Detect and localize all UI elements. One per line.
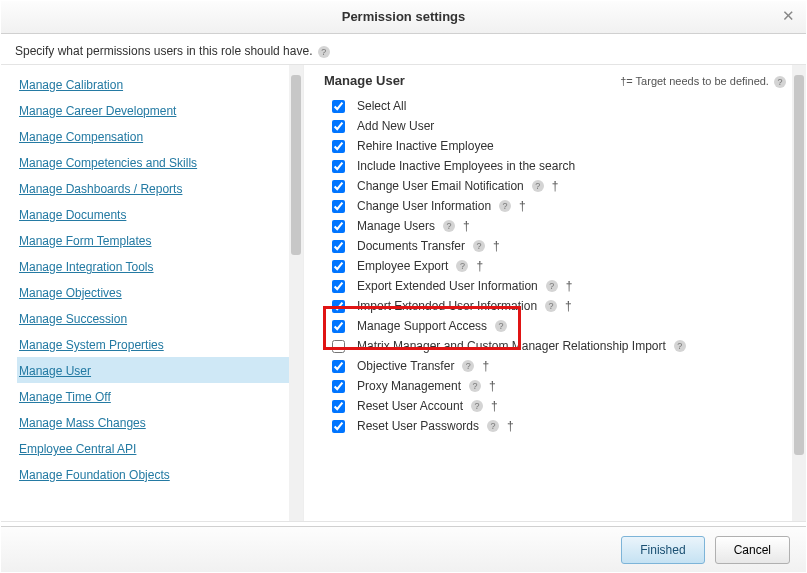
cancel-button[interactable]: Cancel: [715, 536, 790, 564]
permission-checkbox[interactable]: [332, 380, 345, 393]
permission-label: Objective Transfer: [357, 359, 454, 373]
help-icon[interactable]: ?: [469, 380, 481, 392]
help-icon[interactable]: ?: [674, 340, 686, 352]
target-dagger: †: [552, 179, 559, 193]
permission-checkbox[interactable]: [332, 220, 345, 233]
sidebar-item-label[interactable]: Manage System Properties: [19, 338, 164, 352]
permission-checkbox[interactable]: [332, 140, 345, 153]
permission-checkbox[interactable]: [332, 200, 345, 213]
category-pane: Manage CalibrationManage Career Developm…: [1, 65, 303, 521]
dialog-titlebar: Permission settings ✕: [1, 1, 806, 34]
permission-checkbox[interactable]: [332, 340, 345, 353]
sidebar-item[interactable]: Manage Time Off: [17, 383, 303, 409]
sidebar-item-label[interactable]: Manage Career Development: [19, 104, 176, 118]
permission-checkbox[interactable]: [332, 260, 345, 273]
sidebar-item[interactable]: Manage Succession: [17, 305, 303, 331]
target-dagger: †: [493, 239, 500, 253]
help-icon[interactable]: ?: [774, 76, 786, 88]
sidebar-item[interactable]: Manage Career Development: [17, 97, 303, 123]
sidebar-item[interactable]: Manage Dashboards / Reports: [17, 175, 303, 201]
permission-row: Employee Export?†: [332, 256, 786, 276]
help-icon[interactable]: ?: [495, 320, 507, 332]
sidebar-item-label[interactable]: Manage Form Templates: [19, 234, 152, 248]
sidebar-item[interactable]: Manage Mass Changes: [17, 409, 303, 435]
finished-button[interactable]: Finished: [621, 536, 704, 564]
sidebar-item-label[interactable]: Manage Objectives: [19, 286, 122, 300]
permission-checkbox[interactable]: [332, 360, 345, 373]
sidebar-item[interactable]: Manage Objectives: [17, 279, 303, 305]
sidebar-item-label[interactable]: Manage Compensation: [19, 130, 143, 144]
sidebar-item-label[interactable]: Manage Mass Changes: [19, 416, 146, 430]
sidebar-item[interactable]: Manage Compensation: [17, 123, 303, 149]
permission-label: Matrix Manager and Custom Manager Relati…: [357, 339, 666, 353]
sidebar-item[interactable]: Manage Competencies and Skills: [17, 149, 303, 175]
help-icon[interactable]: ?: [473, 240, 485, 252]
sidebar-item[interactable]: Manage Integration Tools: [17, 253, 303, 279]
sidebar-item-label[interactable]: Manage Competencies and Skills: [19, 156, 197, 170]
sidebar-item[interactable]: Manage Form Templates: [17, 227, 303, 253]
help-icon[interactable]: ?: [318, 46, 330, 58]
permission-row: Import Extended User Information?†: [332, 296, 786, 316]
right-scroll-thumb[interactable]: [794, 75, 804, 455]
help-icon[interactable]: ?: [499, 200, 511, 212]
sidebar-item-label[interactable]: Employee Central API: [19, 442, 136, 456]
help-icon[interactable]: ?: [443, 220, 455, 232]
permission-checkbox[interactable]: [332, 180, 345, 193]
help-icon[interactable]: ?: [532, 180, 544, 192]
permission-row: Reset User Passwords?†: [332, 416, 786, 436]
sidebar-item[interactable]: Manage Calibration: [17, 71, 303, 97]
permission-row: Export Extended User Information?†: [332, 276, 786, 296]
target-note: †= Target needs to be defined. ?: [620, 75, 786, 88]
sidebar-item-label[interactable]: Manage Integration Tools: [19, 260, 154, 274]
help-icon[interactable]: ?: [456, 260, 468, 272]
left-scrollbar[interactable]: [289, 65, 303, 521]
target-dagger: †: [565, 299, 572, 313]
help-icon[interactable]: ?: [545, 300, 557, 312]
permission-checkbox[interactable]: [332, 240, 345, 253]
sidebar-item-label[interactable]: Manage Dashboards / Reports: [19, 182, 182, 196]
instruction-bar: Specify what permissions users in this r…: [1, 34, 806, 64]
help-icon[interactable]: ?: [462, 360, 474, 372]
permission-row: Change User Email Notification?†: [332, 176, 786, 196]
permission-label: Manage Users: [357, 219, 435, 233]
right-scrollbar[interactable]: [792, 65, 806, 521]
target-dagger: †: [491, 399, 498, 413]
help-icon[interactable]: ?: [471, 400, 483, 412]
sidebar-item[interactable]: Manage User: [17, 357, 303, 383]
help-icon[interactable]: ?: [546, 280, 558, 292]
category-list: Manage CalibrationManage Career Developm…: [1, 65, 303, 521]
permission-checkbox[interactable]: [332, 420, 345, 433]
sidebar-item-label[interactable]: Manage Succession: [19, 312, 127, 326]
sidebar-item-label[interactable]: Manage Documents: [19, 208, 126, 222]
permission-checkbox[interactable]: [332, 300, 345, 313]
help-icon[interactable]: ?: [487, 420, 499, 432]
sidebar-item[interactable]: Employee Central API: [17, 435, 303, 461]
permission-row: Documents Transfer?†: [332, 236, 786, 256]
sidebar-item[interactable]: Manage System Properties: [17, 331, 303, 357]
permission-checkbox[interactable]: [332, 100, 345, 113]
permission-checkbox[interactable]: [332, 120, 345, 133]
left-scroll-thumb[interactable]: [291, 75, 301, 255]
permission-checkbox[interactable]: [332, 160, 345, 173]
permission-row: Matrix Manager and Custom Manager Relati…: [332, 336, 786, 356]
sidebar-item-label[interactable]: Manage Time Off: [19, 390, 111, 404]
close-icon[interactable]: ✕: [780, 8, 796, 24]
permission-pane: Manage User †= Target needs to be define…: [303, 65, 806, 521]
permission-checkbox[interactable]: [332, 280, 345, 293]
permission-checkbox[interactable]: [332, 320, 345, 333]
permission-checkbox[interactable]: [332, 400, 345, 413]
target-dagger: †: [463, 219, 470, 233]
target-dagger: †: [476, 259, 483, 273]
permission-label: Documents Transfer: [357, 239, 465, 253]
dialog-title: Permission settings: [342, 9, 466, 24]
sidebar-item[interactable]: Manage Foundation Objects: [17, 461, 303, 487]
sidebar-item-label[interactable]: Manage Calibration: [19, 78, 123, 92]
sidebar-item-label[interactable]: Manage Foundation Objects: [19, 468, 170, 482]
dialog-footer: Finished Cancel: [1, 526, 806, 572]
permission-label: Change User Information: [357, 199, 491, 213]
sidebar-item[interactable]: Manage Documents: [17, 201, 303, 227]
permission-row: Rehire Inactive Employee: [332, 136, 786, 156]
permission-row: Proxy Management?†: [332, 376, 786, 396]
target-dagger: †: [566, 279, 573, 293]
sidebar-item-label[interactable]: Manage User: [19, 364, 91, 378]
